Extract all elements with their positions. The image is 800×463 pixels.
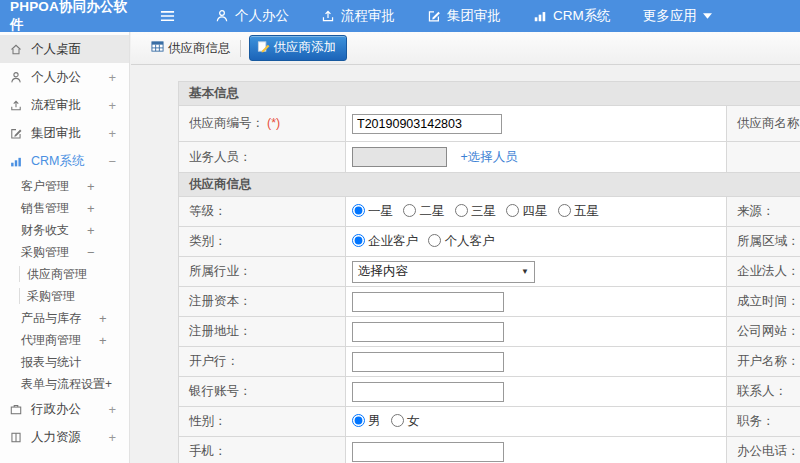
registered-capital-label: 注册资本：: [179, 287, 346, 317]
grade-radio-group: 一星 二星 三星 四星 五星: [346, 197, 727, 227]
sidebar-item-sales-management[interactable]: 销售管理 +: [0, 197, 129, 219]
tab-supplier-add[interactable]: 供应商添加: [249, 35, 348, 61]
sidebar-item-form-workflow-settings[interactable]: 表单与流程设置+: [0, 373, 129, 395]
chart-icon: [9, 154, 25, 168]
category-radio-group: 企业客户 个人客户: [346, 227, 727, 257]
row-category: 类别： 企业客户 个人客户 所属区域：: [179, 227, 800, 257]
nav-item-workflow-approval[interactable]: 流程审批: [321, 7, 395, 25]
registered-address-input[interactable]: [352, 322, 504, 342]
bank-label: 开户行：: [179, 347, 346, 377]
navbar-menu: 个人办公 流程审批 集团审批 CRM系统 更多应用: [215, 7, 712, 25]
row-supplier-code: 供应商编号：(*) 供应商名称：(*): [179, 106, 800, 142]
sidebar-item-agent-management[interactable]: 代理商管理 +: [0, 329, 129, 351]
category-label: 类别：: [179, 227, 346, 257]
sidebar-item-admin-office[interactable]: 行政办公 +: [0, 395, 129, 423]
position-label: 职务：: [727, 407, 800, 437]
radio-female[interactable]: 女: [391, 414, 420, 428]
sidebar-item-products-inventory[interactable]: 产品与库存 +: [0, 307, 129, 329]
sidebar-item-purchase-management[interactable]: 采购管理 −: [0, 241, 129, 263]
edit-icon: [9, 126, 25, 140]
app-title: PHPOA协同办公软件: [0, 0, 130, 34]
radio-enterprise-customer[interactable]: 企业客户: [352, 234, 418, 248]
radio-personal-customer[interactable]: 个人客户: [428, 234, 494, 248]
sidebar-item-reports-statistics[interactable]: 报表与统计: [0, 351, 129, 373]
radio-five-star[interactable]: 五星: [558, 204, 599, 218]
row-mobile: 手机： 办公电话：: [179, 437, 800, 463]
nav-item-personal-office[interactable]: 个人办公: [215, 7, 289, 25]
pencil-add-icon: [257, 40, 270, 56]
mobile-input[interactable]: [352, 442, 504, 462]
gender-radio-group: 男 女: [346, 407, 727, 437]
legal-person-label: 企业法人：: [727, 257, 800, 287]
founding-date-label: 成立时间：: [727, 287, 800, 317]
bank-input[interactable]: [352, 352, 504, 372]
row-industry: 所属行业： 选择内容 ▼ 企业法人：: [179, 257, 800, 287]
caret-down-icon: [703, 13, 712, 19]
contact-person-label: 联系人：: [727, 377, 800, 407]
sidebar-item-supplier-management[interactable]: 供应商管理: [0, 263, 129, 285]
gender-label: 性别：: [179, 407, 346, 437]
select-staff-link[interactable]: +选择人员: [460, 150, 517, 164]
industry-label: 所属行业：: [179, 257, 346, 287]
office-phone-label: 办公电话：: [727, 437, 800, 463]
row-grade: 等级： 一星 二星 三星 四星 五星 来源：: [179, 197, 800, 227]
required-marker: (*): [267, 116, 280, 130]
table-grid-icon: [151, 40, 164, 56]
nav-item-group-approval[interactable]: 集团审批: [427, 7, 501, 25]
hamburger-menu-icon[interactable]: [160, 10, 175, 22]
select-caret-icon: ▼: [521, 267, 529, 276]
radio-two-star[interactable]: 二星: [403, 204, 444, 218]
edit-icon: [427, 9, 441, 23]
mobile-label: 手机：: [179, 437, 346, 463]
supplier-code-label: 供应商编号：(*): [179, 106, 346, 142]
radio-three-star[interactable]: 三星: [455, 204, 496, 218]
radio-one-star[interactable]: 一星: [352, 204, 393, 218]
top-navbar: PHPOA协同办公软件 个人办公 流程审批 集团审批 CRM系统 更多应用: [0, 0, 800, 32]
sidebar-item-human-resources[interactable]: 人力资源 +: [0, 423, 129, 451]
registered-capital-input[interactable]: [352, 292, 504, 312]
account-name-label: 开户名称：: [727, 347, 800, 377]
nav-item-crm-system[interactable]: CRM系统: [533, 7, 611, 25]
person-icon: [9, 70, 25, 84]
sidebar-item-purchasing[interactable]: 采购管理: [0, 285, 129, 307]
person-icon: [215, 9, 229, 23]
row-bank-account: 银行账号： 联系人：: [179, 377, 800, 407]
bank-account-input[interactable]: [352, 382, 504, 402]
grade-label: 等级：: [179, 197, 346, 227]
form-panel: 基本信息 供应商编号：(*) 供应商名称：(*) 业务人员：: [131, 65, 800, 463]
row-registered-address: 注册地址： 公司网站：: [179, 317, 800, 347]
radio-four-star[interactable]: 四星: [506, 204, 547, 218]
supplier-code-input[interactable]: [352, 114, 502, 134]
sidebar-item-personal-desktop[interactable]: 个人桌面: [0, 35, 129, 63]
industry-select[interactable]: 选择内容 ▼: [352, 261, 535, 283]
section-supplier-info: 供应商信息: [179, 173, 800, 197]
business-staff-label: 业务人员：: [179, 142, 346, 173]
row-business-staff: 业务人员： +选择人员: [179, 142, 800, 173]
bank-account-label: 银行账号：: [179, 377, 346, 407]
region-label: 所属区域：: [727, 227, 800, 257]
section-basic-info: 基本信息: [179, 82, 800, 106]
source-label: 来源：: [727, 197, 800, 227]
supplier-form-table: 基本信息 供应商编号：(*) 供应商名称：(*) 业务人员：: [178, 81, 800, 463]
sidebar-item-personal-office[interactable]: 个人办公 +: [0, 63, 129, 91]
row-registered-capital: 注册资本： 成立时间：: [179, 287, 800, 317]
radio-male[interactable]: 男: [352, 414, 381, 428]
sidebar-item-finance[interactable]: 财务收支 +: [0, 219, 129, 241]
nav-item-more-apps[interactable]: 更多应用: [643, 7, 712, 25]
tab-bar: 供应商信息 供应商添加: [131, 32, 800, 65]
row-bank: 开户行： 开户名称：: [179, 347, 800, 377]
chart-icon: [533, 9, 547, 23]
sidebar-item-customer-management[interactable]: 客户管理 +: [0, 175, 129, 197]
sidebar-item-workflow-approval[interactable]: 流程审批 +: [0, 91, 129, 119]
registered-address-label: 注册地址：: [179, 317, 346, 347]
sidebar-item-crm-system[interactable]: CRM系统 −: [0, 147, 129, 175]
tab-supplier-info[interactable]: 供应商信息: [151, 40, 241, 57]
sidebar: 个人桌面 个人办公 + 流程审批 + 集团审批 + CRM系统 − 客户管理 +…: [0, 32, 130, 463]
sidebar-item-group-approval[interactable]: 集团审批 +: [0, 119, 129, 147]
company-website-label: 公司网站：: [727, 317, 800, 347]
briefcase-icon: [9, 402, 25, 416]
business-staff-input[interactable]: [352, 147, 447, 167]
home-icon: [9, 42, 25, 56]
row-gender: 性别： 男 女 职务：: [179, 407, 800, 437]
book-icon: [9, 430, 25, 444]
